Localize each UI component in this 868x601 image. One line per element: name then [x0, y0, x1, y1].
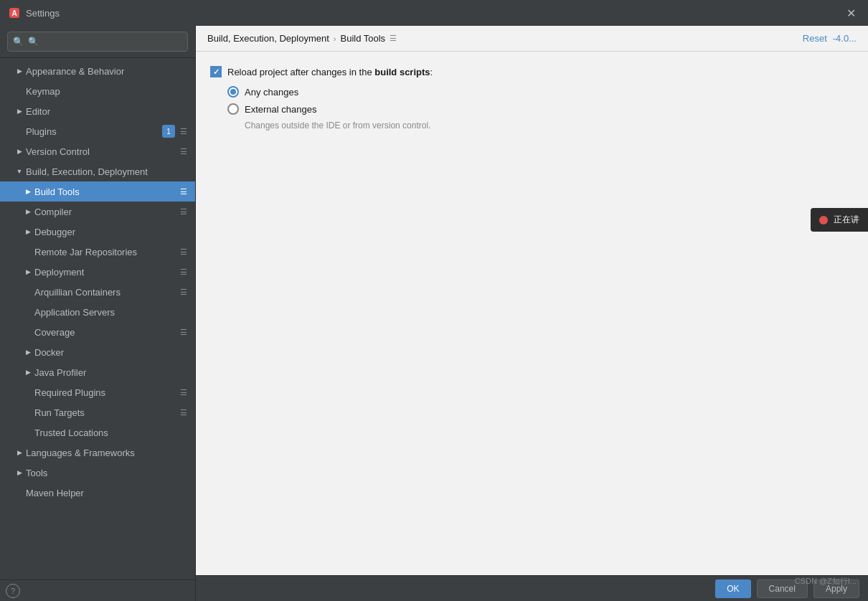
breadcrumb-current: Build Tools [340, 33, 385, 44]
sidebar-item-docker[interactable]: Docker [0, 342, 195, 362]
sidebar-item-label: Debugger [34, 227, 189, 237]
chevron-right-icon [14, 448, 24, 458]
radio-item-external-changes[interactable]: External changes [227, 103, 854, 115]
settings-icon: ☰ [178, 286, 189, 298]
settings-icon: ☰ [178, 387, 189, 398]
sidebar-item-label: Build Tools [34, 186, 175, 197]
sidebar-item-appearance[interactable]: Appearance & Behavior [0, 61, 195, 81]
search-input[interactable] [7, 32, 188, 52]
chevron-right-icon [23, 207, 33, 217]
chevron-right-icon [23, 347, 33, 357]
any-changes-radio[interactable] [227, 86, 239, 98]
search-box: 🔍 [0, 26, 195, 58]
spacer-icon [14, 126, 24, 136]
any-changes-label: Any changes [245, 87, 298, 98]
recording-overlay: 正在讲 [811, 208, 868, 232]
sidebar-item-label: Deployment [34, 267, 175, 278]
reload-radio-group: Any changes External changes Changes out… [227, 86, 854, 131]
sidebar-item-remote-jar[interactable]: Remote Jar Repositories ☰ [0, 242, 195, 262]
sidebar-item-label: Remote Jar Repositories [34, 247, 175, 257]
settings-icon: ☰ [178, 266, 189, 278]
breadcrumb-parent: Build, Execution, Deployment [207, 33, 329, 44]
nav-tree: Appearance & Behavior Keymap Editor Plug… [0, 58, 195, 579]
chevron-right-icon [23, 186, 33, 197]
app-icon: A [9, 7, 20, 19]
help-icon[interactable]: ? [6, 584, 20, 598]
reload-checkbox[interactable]: ✓ [210, 66, 222, 77]
sidebar-item-version-control[interactable]: Version Control ☰ [0, 141, 195, 161]
svg-text:A: A [11, 9, 16, 17]
settings-icon: ☰ [178, 326, 189, 338]
external-changes-radio[interactable] [227, 103, 239, 115]
settings-icon: ☰ [178, 126, 189, 137]
ok-button[interactable]: OK [715, 579, 750, 598]
recording-dot-icon [819, 216, 828, 224]
chevron-right-icon [14, 146, 24, 156]
sidebar-item-maven-helper[interactable]: Maven Helper [0, 483, 195, 503]
settings-icon: ☰ [178, 246, 189, 257]
sidebar-item-label: Arquillian Containers [34, 287, 175, 298]
breadcrumb-arrow: › [334, 34, 336, 43]
spacer-icon [23, 387, 33, 397]
sidebar-item-label: Appearance & Behavior [26, 66, 189, 77]
sidebar-item-app-servers[interactable]: Application Servers [0, 302, 195, 322]
title-bar: A Settings ✕ [0, 0, 868, 26]
sidebar-item-plugins[interactable]: Plugins 1 ☰ [0, 121, 195, 141]
content-header: Build, Execution, Deployment › Build Too… [196, 26, 868, 52]
spacer-icon [14, 86, 24, 96]
chevron-down-icon [14, 166, 24, 176]
sidebar-item-deployment[interactable]: Deployment ☰ [0, 262, 195, 282]
sidebar-item-label: Build, Execution, Deployment [26, 166, 189, 177]
spacer-icon [23, 287, 33, 297]
sidebar-item-run-targets[interactable]: Run Targets ☰ [0, 402, 195, 422]
sidebar-item-build-tools[interactable]: Build Tools ☰ [0, 181, 195, 202]
sidebar-item-label: Languages & Frameworks [26, 448, 189, 458]
recording-text: 正在讲 [834, 214, 859, 226]
close-button[interactable]: ✕ [842, 4, 859, 22]
spacer-icon [23, 327, 33, 337]
settings-icon: ☰ [178, 146, 189, 157]
version-text: -4.0... [833, 33, 857, 44]
sidebar-item-label: Application Servers [34, 307, 189, 318]
spacer-icon [23, 307, 33, 317]
external-changes-desc: Changes outside the IDE or from version … [245, 120, 854, 131]
chevron-right-icon [23, 267, 33, 277]
spacer-icon [23, 427, 33, 437]
sidebar-item-editor[interactable]: Editor [0, 101, 195, 121]
sidebar-item-arquillian[interactable]: Arquillian Containers ☰ [0, 282, 195, 302]
settings-icon: ☰ [178, 186, 189, 197]
settings-icon: ☰ [178, 407, 189, 418]
sidebar-item-label: Run Targets [34, 407, 175, 418]
sidebar-item-label: Trusted Locations [34, 427, 189, 438]
sidebar-item-keymap[interactable]: Keymap [0, 81, 195, 101]
spacer-icon [23, 247, 33, 257]
reset-button[interactable]: Reset [803, 33, 827, 44]
sidebar-item-label: Version Control [26, 146, 175, 157]
sidebar-item-label: Plugins [26, 126, 159, 137]
sidebar-item-required-plugins[interactable]: Required Plugins ☰ [0, 382, 195, 402]
spacer-icon [14, 488, 24, 498]
sidebar-item-java-profiler[interactable]: Java Profiler [0, 362, 195, 382]
sidebar-item-label: Java Profiler [34, 367, 189, 378]
chevron-right-icon [23, 227, 33, 237]
sidebar-item-label: Tools [26, 468, 189, 478]
sidebar-item-languages[interactable]: Languages & Frameworks [0, 443, 195, 463]
chevron-right-icon [23, 367, 33, 377]
chevron-right-icon [14, 106, 24, 116]
watermark: CSDN @Z知行I... [795, 576, 857, 587]
sidebar-item-tools[interactable]: Tools [0, 463, 195, 483]
bottom-action-bar: OK Cancel Apply [196, 575, 868, 601]
sidebar-item-label: Required Plugins [34, 387, 175, 398]
radio-item-any-changes[interactable]: Any changes [227, 86, 854, 98]
sidebar-item-label: Compiler [34, 207, 175, 217]
sidebar-item-build-execution[interactable]: Build, Execution, Deployment [0, 161, 195, 181]
sidebar-item-compiler[interactable]: Compiler ☰ [0, 202, 195, 222]
spacer-icon [23, 407, 33, 417]
sidebar-item-debugger[interactable]: Debugger [0, 222, 195, 242]
sidebar-item-label: Maven Helper [26, 488, 189, 498]
content-body: ✓ Reload project after changes in the bu… [196, 52, 868, 575]
sidebar-item-trusted-locations[interactable]: Trusted Locations [0, 422, 195, 443]
sidebar-item-label: Editor [26, 106, 189, 117]
sidebar-item-coverage[interactable]: Coverage ☰ [0, 322, 195, 342]
sidebar-bottom-bar: ? [0, 579, 195, 601]
